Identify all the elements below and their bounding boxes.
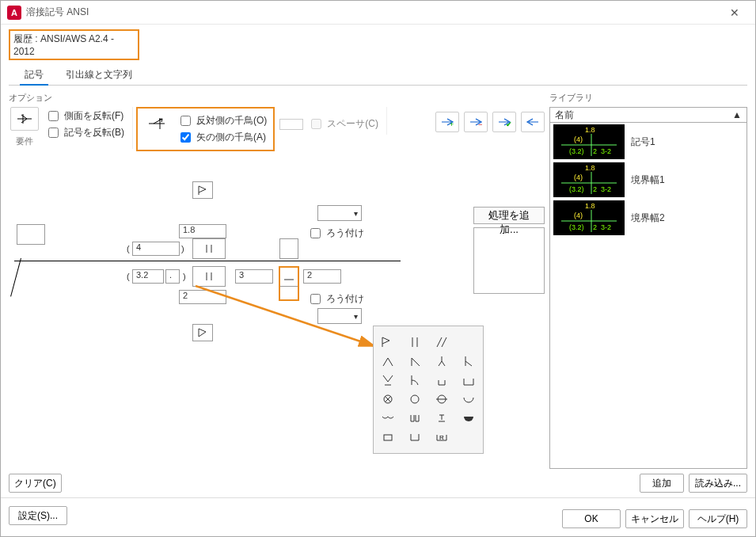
flip-side-checkbox[interactable]: 側面を反転(F) xyxy=(45,109,124,124)
app-icon: A xyxy=(7,6,21,20)
spacer-checkbox[interactable]: スペーサ(C) xyxy=(308,116,378,131)
palette-bevel-r-icon[interactable] xyxy=(405,353,424,369)
palette-halfcircle-icon[interactable] xyxy=(459,391,478,407)
svg-text:✔: ✔ xyxy=(506,120,511,128)
contour-top-btn[interactable] xyxy=(192,238,226,259)
close-icon[interactable]: ✕ xyxy=(720,6,749,19)
palette-rect-icon[interactable] xyxy=(378,429,397,445)
tab-leader[interactable]: 引出線と文字列 xyxy=(64,65,134,85)
library-pane: ライブラリ 名前 ▲ 1.8 (4) (3.2) 2 3-2 xyxy=(549,92,747,493)
symbol-palette: R xyxy=(373,326,484,454)
finish-dd-top[interactable]: ▾ xyxy=(317,205,362,221)
main-columns: オプション 要件 側面を反転(F) 記号を反転(B) xyxy=(9,92,747,493)
brazing-top-checkbox[interactable]: ろう付け xyxy=(307,226,364,241)
contour-bot-btn[interactable] xyxy=(192,266,226,287)
library-item[interactable]: 1.8 (4) (3.2) 2 3-2 境界幅1 xyxy=(550,161,747,199)
svg-rect-7 xyxy=(384,435,392,440)
symbol-canvas: 1.8 ( 4 ) ろう付け xyxy=(9,151,545,493)
window-title: 溶接記号 ANSI xyxy=(26,6,720,19)
add-process-button[interactable]: 処理を追加... xyxy=(473,207,545,224)
field-left-blank[interactable] xyxy=(17,224,45,245)
field-num3[interactable]: 3 xyxy=(235,269,273,284)
profile-bot-btn[interactable] xyxy=(279,266,298,287)
cancel-button[interactable]: キャンセル xyxy=(625,509,684,528)
tool-add-icon[interactable]: + xyxy=(435,112,459,132)
svg-text:R: R xyxy=(439,434,444,441)
field-bot-dot[interactable]: . xyxy=(165,269,180,284)
symbol-tool-buttons: + − ✔ xyxy=(435,107,545,132)
options-row: 要件 側面を反転(F) 記号を反転(B) 反対側の千鳥(O) xyxy=(9,107,545,151)
library-item-label: 記号1 xyxy=(631,135,655,149)
sort-icon[interactable]: ▲ xyxy=(732,109,742,120)
palette-flag-icon[interactable] xyxy=(378,334,397,350)
reference-line xyxy=(52,261,401,261)
requirements-icon[interactable] xyxy=(10,107,39,131)
field-bot-left[interactable]: 3.2 xyxy=(132,269,164,284)
svg-text:−: − xyxy=(478,120,482,128)
tool-left-icon[interactable] xyxy=(521,112,545,132)
footer-buttons: OK キャンセル ヘルプ(H) xyxy=(562,503,747,528)
help-button[interactable]: ヘルプ(H) xyxy=(689,509,747,528)
tool-remove-icon[interactable]: − xyxy=(464,112,488,132)
palette-openu-icon[interactable] xyxy=(405,429,424,445)
leader-line-a xyxy=(10,258,21,297)
field-top[interactable]: 1.8 xyxy=(179,224,226,238)
finish-dd-bot[interactable]: ▾ xyxy=(317,308,362,324)
spacer-icon xyxy=(279,119,303,130)
palette-doublearc-icon[interactable] xyxy=(378,410,397,426)
process-listbox[interactable] xyxy=(473,227,545,294)
flag-btn[interactable] xyxy=(192,181,213,199)
settings-button[interactable]: 設定(S)... xyxy=(9,506,67,525)
library-thumb: 1.8 (4) (3.2) 2 3-2 xyxy=(553,162,625,197)
library-item[interactable]: 1.8 (4) (3.2) 2 3-2 記号1 xyxy=(550,123,747,161)
options-section-label: オプション xyxy=(9,92,545,104)
library-item[interactable]: 1.8 (4) (3.2) 2 3-2 境界幅2 xyxy=(550,199,747,237)
client-area: 履歴 : ANSI/AWS A2.4 - 2012 記号 引出線と文字列 オプシ… xyxy=(1,25,755,536)
palette-halfcircle-fill-icon[interactable] xyxy=(459,410,478,426)
palette-vopen-icon[interactable] xyxy=(378,372,397,388)
library-item-label: 境界幅2 xyxy=(631,211,665,225)
library-list[interactable]: 1.8 (4) (3.2) 2 3-2 記号1 1.8 (4) xyxy=(549,123,747,469)
palette-circle-icon[interactable] xyxy=(405,391,424,407)
titlebar: A 溶接記号 ANSI ✕ xyxy=(1,1,755,25)
palette-stud-icon[interactable] xyxy=(432,410,451,426)
library-col-name: 名前 xyxy=(555,109,574,122)
flip-symbol-checkbox[interactable]: 記号を反転(B) xyxy=(45,125,124,140)
library-thumb: 1.8 (4) (3.2) 2 3-2 xyxy=(553,124,625,159)
palette-y-icon[interactable] xyxy=(432,353,451,369)
library-load-button[interactable]: 読み込み... xyxy=(689,474,747,493)
tool-check-icon[interactable]: ✔ xyxy=(492,112,516,132)
revision-label: 履歴 : ANSI/AWS A2.4 - 2012 xyxy=(9,29,139,60)
tab-symbol[interactable]: 記号 xyxy=(23,65,45,85)
library-header[interactable]: 名前 ▲ xyxy=(549,107,747,123)
svg-text:+: + xyxy=(450,120,454,128)
flag-btn-bot[interactable] xyxy=(192,324,213,341)
brazing-bot-checkbox[interactable]: ろう付け xyxy=(307,291,364,307)
svg-point-5 xyxy=(411,395,419,403)
palette-sq-icon[interactable] xyxy=(459,372,478,388)
profile-top-btn[interactable] xyxy=(279,238,298,259)
requirements-label: 要件 xyxy=(10,135,39,147)
dialog-window: A 溶接記号 ANSI ✕ 履歴 : ANSI/AWS A2.4 - 2012 … xyxy=(0,0,756,537)
palette-circlebar-icon[interactable] xyxy=(432,391,451,407)
clear-button[interactable]: クリア(C) xyxy=(9,474,62,493)
palette-u-icon[interactable] xyxy=(432,372,451,388)
ok-button[interactable]: OK xyxy=(562,509,621,528)
palette-caret-icon[interactable] xyxy=(378,353,397,369)
field-mid-left[interactable]: 4 xyxy=(132,242,180,256)
library-thumb: 1.8 (4) (3.2) 2 3-2 xyxy=(553,200,625,235)
palette-wbar-icon[interactable] xyxy=(405,410,424,426)
field-bot-c[interactable]: 2 xyxy=(179,290,226,304)
library-item-label: 境界幅1 xyxy=(631,173,665,187)
palette-r-box-icon[interactable]: R xyxy=(432,429,451,445)
palette-slash-icon[interactable] xyxy=(432,334,451,350)
palette-xcircle-icon[interactable] xyxy=(378,391,397,407)
field-num2r[interactable]: 2 xyxy=(303,269,341,284)
library-add-button[interactable]: 追加 xyxy=(640,474,684,493)
palette-parallel-icon[interactable] xyxy=(405,334,424,350)
stagger-arrow-checkbox[interactable]: 矢の側の千鳥(A) xyxy=(177,130,267,145)
stagger-other-checkbox[interactable]: 反対側の千鳥(O) xyxy=(177,113,267,128)
palette-j-l-icon[interactable] xyxy=(405,372,424,388)
stagger-icon[interactable] xyxy=(142,112,171,135)
palette-bevel-l-icon[interactable] xyxy=(459,353,478,369)
